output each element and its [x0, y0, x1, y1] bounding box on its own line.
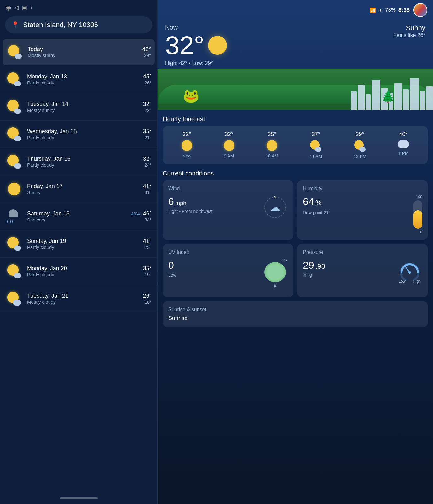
hourly-time-12pm: 12 PM	[354, 154, 366, 159]
forecast-info-mon13: Monday, Jan 13 Partly cloudy	[27, 73, 143, 85]
forecast-item-sat18[interactable]: Saturday, Jan 18 Showers 40% 46° 34°	[0, 203, 157, 230]
forecast-item-mon20[interactable]: Monday, Jan 20 Partly cloudy 35° 19°	[0, 258, 157, 285]
left-panel: ◉ ◁ ▣ ● 📍 Staten Island, NY 10306 Today …	[0, 0, 158, 504]
hourly-temp-1pm: 40°	[399, 131, 408, 138]
location-bar[interactable]: 📍 Staten Island, NY 10306	[5, 16, 152, 33]
humidity-min-label: 0	[420, 230, 422, 234]
pressure-gauge-svg	[397, 258, 422, 280]
current-temp: 32°	[165, 32, 204, 58]
wind-title: Wind	[168, 186, 288, 192]
home-bar	[60, 497, 98, 499]
forecast-desc-today: Mostly sunny	[28, 53, 142, 58]
hourly-temp-9am: 32°	[225, 131, 233, 138]
forecast-temps-fri17: 41° 31°	[143, 183, 152, 195]
pressure-card: Pressure 29 .98 inHg	[297, 244, 428, 297]
forecast-item-today[interactable]: Today Mostly sunny 42° 29°	[3, 39, 155, 65]
app-icon-1: ◉	[6, 4, 11, 11]
hourly-icon-12pm	[354, 140, 366, 152]
forecast-info-fri17: Friday, Jan 17 Sunny	[27, 183, 143, 195]
hourly-item-11am: 37° 11 AM	[310, 131, 322, 159]
forecast-icon-sat18	[6, 208, 23, 225]
user-avatar[interactable]	[413, 3, 427, 17]
forecast-low-mon13: 26°	[143, 80, 152, 85]
uv-card: UV Index 0 Low 11+ 0 ▸	[163, 244, 293, 297]
forecast-item-sun19[interactable]: Sunday, Jan 19 Partly cloudy 41° 25°	[0, 230, 157, 258]
sunrise-label: Sunrise	[168, 315, 422, 322]
pressure-decimal: .98	[315, 262, 325, 270]
forecast-temps-tue14: 32° 22°	[143, 101, 152, 113]
hourly-icon-now	[182, 140, 192, 151]
forecast-day-mon20: Monday, Jan 20	[27, 265, 143, 272]
weather-condition: Sunny	[393, 24, 425, 32]
forecast-item-tue14[interactable]: Tuesday, Jan 14 Mostly sunny 32° 22°	[0, 93, 157, 121]
forecast-temps-sun19: 41° 25°	[143, 238, 152, 250]
airplane-icon: ✈	[378, 7, 383, 13]
humidity-unit: %	[315, 199, 322, 207]
location-text: Staten Island, NY 10306	[23, 21, 98, 29]
hourly-temp-12pm: 39°	[356, 131, 364, 138]
forecast-item-tue21[interactable]: Tuesday, Jan 21 Mostly cloudy 26° 18°	[0, 285, 157, 312]
forecast-low-today: 29°	[142, 53, 151, 58]
hourly-item-10am: 35° 10 AM	[266, 131, 278, 159]
forecast-item-thu16[interactable]: Thursday, Jan 16 Partly cloudy 32° 24°	[0, 148, 157, 175]
forecast-temps-tue21: 26° 18°	[143, 293, 152, 305]
forecast-low-tue14: 22°	[143, 107, 152, 113]
wind-cloud-icon: ☁	[270, 201, 280, 213]
forecast-info-wed15: Wednesday, Jan 15 Partly cloudy	[27, 128, 143, 140]
right-scroll[interactable]: Hourly forecast 32° Now 32° 9 AM 35°	[158, 110, 433, 504]
forecast-high-today: 42°	[142, 46, 151, 53]
uv-title: UV Index	[168, 249, 288, 255]
humidity-max-label: 100	[416, 195, 422, 199]
forecast-temps-thu16: 32° 24°	[143, 156, 152, 168]
forecast-high-tue14: 32°	[143, 101, 152, 107]
forecast-desc-thu16: Partly cloudy	[27, 162, 143, 168]
forecast-icon-sun19	[6, 235, 23, 252]
forecast-item-wed15[interactable]: Wednesday, Jan 15 Partly cloudy 35° 21°	[0, 121, 157, 148]
forecast-low-thu16: 24°	[143, 162, 152, 168]
right-panel: 📶 ✈ 73% 8:35 Now 32° High: 42° • Low: 29…	[158, 0, 433, 504]
forecast-temps-sat18: 40% 46° 34°	[131, 210, 152, 222]
uv-gauge-circle	[264, 262, 286, 282]
time-text: 8:35	[398, 7, 410, 14]
hourly-item-9am: 32° 9 AM	[224, 131, 234, 159]
uv-visual: 11+ 0 ▸	[263, 258, 288, 287]
hourly-temp-now: 32°	[182, 131, 191, 138]
forecast-icon-tue21	[6, 290, 23, 307]
compass-n-label: N	[274, 195, 276, 199]
forecast-high-mon13: 45°	[143, 73, 152, 80]
current-weather-icon	[208, 36, 227, 55]
uv-max-label: 11+	[282, 258, 288, 262]
left-status-bar: ◉ ◁ ▣ ●	[0, 0, 157, 14]
forecast-info-sat18: Saturday, Jan 18 Showers	[27, 210, 131, 222]
forecast-info-tue21: Tuesday, Jan 21 Mostly cloudy	[27, 293, 143, 305]
forecast-item-fri17[interactable]: Friday, Jan 17 Sunny 41° 31°	[0, 175, 157, 203]
svg-line-2	[405, 266, 410, 272]
forecast-icon-today	[6, 43, 23, 60]
pressure-high-label: High	[413, 279, 421, 284]
wind-unit: mph	[175, 200, 186, 206]
uv-label: Low	[168, 272, 176, 278]
forecast-temps-mon20: 35° 19°	[143, 265, 152, 277]
hourly-time-11am: 11 AM	[310, 154, 322, 159]
hourly-temp-11am: 37°	[312, 131, 320, 138]
hourly-time-9am: 9 AM	[224, 153, 234, 158]
forecast-rain-sat18: 40%	[131, 211, 140, 216]
humidity-fill	[413, 210, 422, 229]
pressure-value: 29	[303, 260, 314, 271]
wind-desc: Light • From northwest	[168, 209, 212, 214]
forecast-low-sun19: 25°	[143, 244, 152, 250]
forecast-desc-mon20: Partly cloudy	[27, 272, 143, 277]
forecast-desc-fri17: Sunny	[27, 190, 143, 195]
forecast-info-thu16: Thursday, Jan 16 Partly cloudy	[27, 156, 143, 168]
wind-card: Wind 6 mph Light • From northwest N	[163, 180, 293, 240]
forecast-desc-sun19: Partly cloudy	[27, 244, 143, 250]
hourly-icon-10am	[267, 140, 277, 151]
forecast-day-tue21: Tuesday, Jan 21	[27, 293, 143, 299]
forecast-high-thu16: 32°	[143, 156, 152, 162]
pressure-title: Pressure	[303, 249, 422, 255]
forecast-item-mon13[interactable]: Monday, Jan 13 Partly cloudy 45° 26°	[0, 66, 157, 93]
hourly-icon-1pm	[398, 140, 409, 148]
hourly-item-now: 32° Now	[182, 131, 192, 159]
forecast-desc-wed15: Partly cloudy	[27, 135, 143, 140]
forecast-icon-mon13	[6, 71, 23, 88]
